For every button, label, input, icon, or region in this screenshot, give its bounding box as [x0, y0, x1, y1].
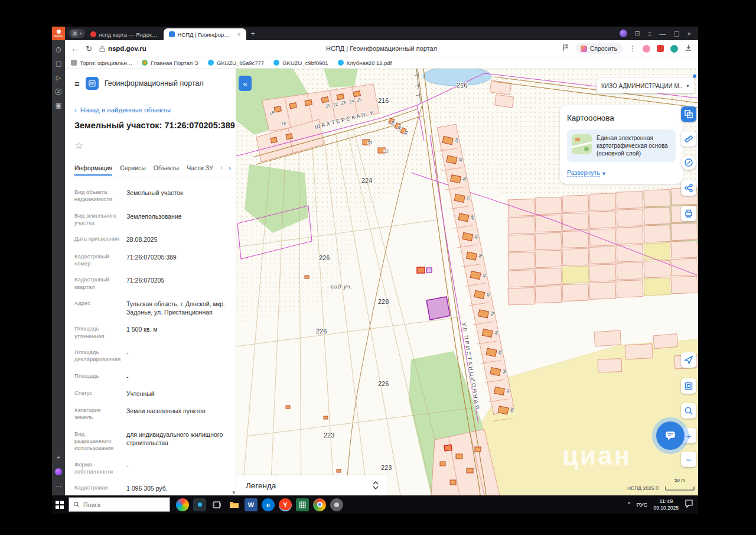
cadastral-lot[interactable] — [671, 223, 698, 241]
cadastral-lot[interactable] — [671, 241, 698, 258]
expand-link[interactable]: Развернуть ▾ — [567, 169, 676, 177]
cadastral-lot[interactable] — [617, 280, 643, 298]
browser-tab-inactive[interactable]: нспд карта — Яндекс: на… — [85, 28, 164, 40]
new-tab-button[interactable]: + — [251, 29, 256, 38]
notification-center-icon[interactable] — [685, 500, 693, 510]
cadastral-lot[interactable] — [508, 216, 535, 234]
tab-group-chip[interactable]: 2 ▾ — [69, 29, 85, 38]
zoom-out-button[interactable]: − — [681, 452, 696, 467]
cadastral-lot[interactable] — [671, 258, 698, 276]
cadastral-lot[interactable] — [562, 195, 589, 213]
cadastral-lot[interactable] — [535, 268, 562, 286]
yandex-login-button[interactable]: Войти — [52, 27, 65, 40]
cadastral-lot[interactable] — [562, 284, 589, 301]
highlighted-building[interactable] — [417, 267, 425, 273]
cadastral-lot[interactable] — [644, 260, 670, 278]
cadastral-lot[interactable] — [589, 211, 616, 229]
bookmark-flag-icon[interactable] — [562, 43, 569, 54]
extension-icon-red[interactable] — [657, 45, 664, 52]
collapse-panel-button[interactable]: « — [239, 76, 252, 91]
edge-icon[interactable]: e — [262, 498, 275, 511]
task-view-icon[interactable] — [210, 498, 223, 511]
print-button[interactable] — [681, 206, 696, 221]
history-icon[interactable]: ◷ — [56, 46, 61, 53]
cadastral-lot[interactable] — [535, 215, 562, 232]
cadastral-lot[interactable] — [535, 232, 562, 250]
url-text[interactable]: nspd.gov.ru — [108, 45, 146, 52]
menu-icon[interactable]: ≡ — [74, 79, 80, 89]
organization-dropdown[interactable]: КИЗО АДМИНИСТРАЦИИ М... ▼ — [597, 78, 695, 93]
minimize-button[interactable]: — — [659, 30, 666, 37]
panel-tab[interactable]: Информация — [74, 164, 112, 176]
tray-expand-icon[interactable]: ^ — [628, 501, 631, 508]
close-button[interactable]: × — [687, 30, 691, 37]
yandex-browser-icon[interactable]: Y — [279, 498, 292, 511]
screenshot-icon[interactable]: ▣ — [56, 102, 61, 109]
sidebar-panel-icon[interactable]: ▢ — [56, 60, 61, 67]
cadastral-lot[interactable] — [535, 197, 562, 215]
draw-tool-button[interactable] — [681, 155, 696, 170]
share-button[interactable] — [681, 180, 696, 196]
more-icon[interactable]: ⋯ — [56, 483, 62, 489]
tabs-scroll-icon[interactable]: › — [229, 164, 231, 173]
video-icon[interactable]: ▷ — [56, 74, 61, 81]
cadastral-lot[interactable] — [617, 262, 643, 280]
cadastral-lot[interactable] — [671, 276, 698, 294]
word-icon[interactable]: W — [245, 498, 258, 511]
cadastral-lot[interactable] — [589, 247, 616, 264]
panel-tab[interactable]: Сервисы — [120, 164, 146, 176]
bookmark-item[interactable]: Клубная20 12.pdf — [338, 60, 392, 66]
bookmark-item[interactable]: Главная Портал Э — [142, 60, 198, 66]
cadastral-lot[interactable] — [562, 213, 589, 231]
cadastral-lot[interactable] — [535, 250, 562, 268]
select-tool-button[interactable] — [681, 106, 696, 122]
cadastral-lot[interactable] — [644, 225, 670, 242]
start-button[interactable] — [52, 501, 67, 509]
cadastral-lot[interactable] — [644, 207, 670, 225]
cadastral-lot[interactable] — [644, 242, 670, 260]
extension-icon-teal[interactable] — [670, 45, 678, 53]
cadastral-lot[interactable] — [508, 287, 535, 305]
cadastral-lot[interactable] — [508, 234, 535, 252]
selected-parcel[interactable] — [426, 297, 450, 320]
assistant-chat-button[interactable] — [656, 421, 685, 450]
pip-icon[interactable]: ⊡ — [635, 30, 640, 37]
alice-assistant-icon[interactable] — [55, 468, 62, 475]
language-indicator[interactable]: РУС — [636, 501, 647, 508]
cadastral-lot[interactable] — [562, 248, 589, 266]
more-vertical-icon[interactable]: ⋮ — [629, 44, 636, 53]
cadastral-lot[interactable] — [562, 266, 589, 284]
search-area-button[interactable] — [681, 403, 696, 419]
search-input[interactable] — [83, 501, 154, 508]
favorite-star-button[interactable]: ☆ — [74, 140, 83, 152]
lock-icon[interactable] — [99, 46, 105, 52]
profile-avatar[interactable] — [620, 30, 627, 37]
legend-toggle-icon[interactable] — [372, 481, 387, 490]
clock[interactable]: 11:49 09.10.2025 — [653, 498, 679, 511]
measure-tool-button[interactable] — [681, 131, 696, 147]
panel-tab[interactable]: Соста — [221, 164, 221, 176]
cadastral-lot[interactable] — [508, 270, 535, 287]
basemap-layer-card[interactable]: Единая электронная картографическая осно… — [567, 129, 676, 162]
cadastral-lot[interactable] — [644, 189, 670, 207]
cadastral-lot[interactable] — [644, 278, 670, 296]
cadastral-lot[interactable] — [562, 231, 589, 248]
extent-button[interactable] — [681, 378, 696, 394]
bookmark-item[interactable]: Торги: официальн… — [71, 60, 132, 66]
extension-icon-pink[interactable] — [643, 45, 650, 53]
tab-close-icon[interactable]: × — [237, 31, 241, 38]
taskbar-search[interactable] — [69, 497, 170, 512]
maximize-button[interactable]: ▢ — [673, 30, 679, 37]
cadastral-lot[interactable] — [508, 199, 535, 216]
downloads-icon[interactable] — [685, 43, 692, 54]
purple-building[interactable] — [426, 268, 432, 273]
cadastral-lot[interactable] — [617, 192, 643, 209]
browser-tab-active[interactable]: НСПД | Геоинформаци… × — [164, 28, 246, 40]
cadastral-lot[interactable] — [617, 209, 643, 227]
cadastral-lot[interactable] — [589, 193, 616, 211]
cadastral-lot[interactable] — [535, 286, 562, 303]
excel-icon[interactable] — [296, 498, 309, 511]
back-link[interactable]: ‹ Назад в найденные объекты — [74, 106, 171, 114]
highlighted-building[interactable] — [444, 445, 452, 451]
file-explorer-icon[interactable] — [227, 498, 240, 511]
